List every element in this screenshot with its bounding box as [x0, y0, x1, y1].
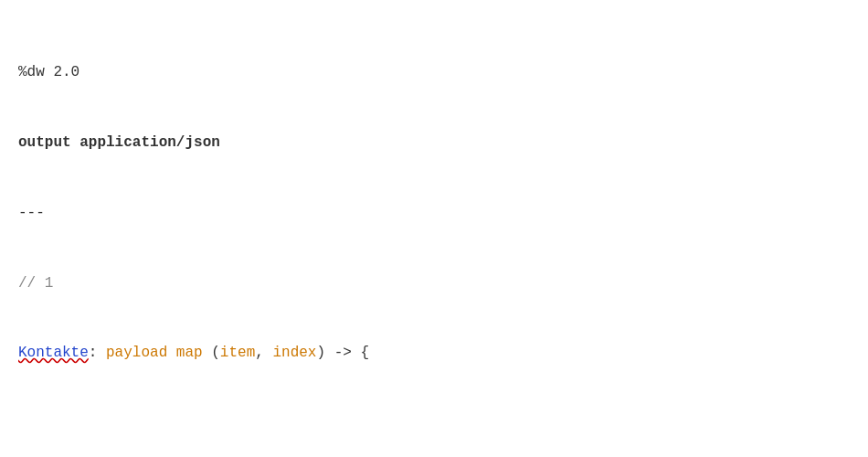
line-2: output application/json: [18, 132, 850, 155]
line5-arrow: -> {: [325, 345, 369, 361]
line5-colon: :: [89, 345, 106, 361]
line5-item: item: [220, 345, 255, 361]
line5-index: index: [272, 345, 316, 361]
line-6: [18, 412, 850, 436]
line5-kontakte: Kontakte: [18, 345, 89, 361]
line-1: %dw 2.0: [18, 61, 850, 85]
line1-text: %dw 2.0: [18, 64, 79, 80]
line-3: ---: [18, 202, 850, 226]
line5-comma: ,: [255, 345, 272, 361]
code-editor: %dw 2.0 output application/json --- // 1…: [18, 15, 850, 457]
line3-text: ---: [18, 205, 45, 221]
line-5: Kontakte: payload map (item, index) -> {: [18, 342, 850, 366]
line5-paren-open: (: [203, 345, 220, 361]
line-4: // 1: [18, 272, 850, 296]
line2-text: output application/json: [18, 134, 220, 151]
line4-comment: // 1: [18, 275, 53, 292]
line5-paren-close: ): [316, 345, 325, 361]
line5-payload-map: payload map: [106, 345, 203, 361]
